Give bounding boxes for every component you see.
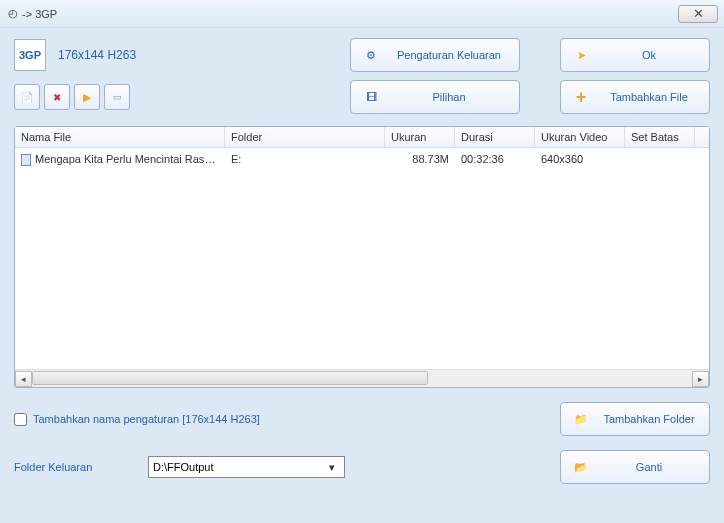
file-remove-icon: 📄 <box>21 92 33 103</box>
play-icon: ▶ <box>83 91 91 104</box>
scroll-thumb[interactable] <box>32 371 428 385</box>
arrow-right-icon: ➤ <box>571 45 591 65</box>
plus-icon: + <box>571 87 591 107</box>
button-label: Pilihan <box>389 91 509 103</box>
col-duration[interactable]: Durasi <box>455 127 535 147</box>
button-label: Tambahkan File <box>599 91 699 103</box>
button-label: Ganti <box>599 461 699 473</box>
table-row[interactable]: Mengapa Kita Perlu Mencintai Rasul... E:… <box>15 148 709 171</box>
cell-duration: 00:32:36 <box>455 151 535 168</box>
info-button[interactable]: ▭ <box>104 84 130 110</box>
output-folder-label: Folder Keluaran <box>14 461 134 473</box>
format-info: 3GP 176x144 H263 <box>14 39 294 71</box>
app-icon: ◴ <box>8 7 18 20</box>
horizontal-scrollbar[interactable]: ◂ ▸ <box>15 369 709 387</box>
output-folder-combo[interactable]: D:\FFOutput ▾ <box>148 456 345 478</box>
window-title: ◴ -> 3GP <box>8 7 57 20</box>
close-button[interactable]: ✕ <box>678 5 718 23</box>
add-folder-button[interactable]: 📁 Tambahkan Folder <box>560 402 710 436</box>
change-folder-button[interactable]: 📂 Ganti <box>560 450 710 484</box>
cell-size: 88.73M <box>385 151 455 168</box>
file-table: Nama File Folder Ukuran Durasi Ukuran Vi… <box>14 126 710 388</box>
col-name[interactable]: Nama File <box>15 127 225 147</box>
col-set-limit[interactable]: Set Batas <box>625 127 695 147</box>
format-icon: 3GP <box>14 39 46 71</box>
info-icon: ▭ <box>113 92 122 102</box>
video-file-icon <box>21 154 31 166</box>
options-button[interactable]: 🎞 Pilihan <box>350 80 520 114</box>
film-icon: 🎞 <box>361 87 381 107</box>
col-folder[interactable]: Folder <box>225 127 385 147</box>
play-button[interactable]: ▶ <box>74 84 100 110</box>
output-settings-button[interactable]: ⚙ Pengaturan Keluaran <box>350 38 520 72</box>
button-label: Pengaturan Keluaran <box>389 49 509 61</box>
ok-button[interactable]: ➤ Ok <box>560 38 710 72</box>
gear-icon: ⚙ <box>361 45 381 65</box>
button-label: Tambahkan Folder <box>599 413 699 425</box>
col-video-size[interactable]: Ukuran Video <box>535 127 625 147</box>
folder-open-icon: 📂 <box>571 457 591 477</box>
output-path-value: D:\FFOutput <box>153 461 324 473</box>
checkbox-input[interactable] <box>14 413 27 426</box>
clear-button[interactable]: ✖ <box>44 84 70 110</box>
checkbox-label: Tambahkan nama pengaturan [176x144 H263] <box>33 413 260 425</box>
folder-plus-icon: 📁 <box>571 409 591 429</box>
cell-video-size: 640x360 <box>535 151 625 168</box>
cell-folder: E: <box>225 151 385 168</box>
scroll-left-icon[interactable]: ◂ <box>15 371 32 387</box>
cell-name: Mengapa Kita Perlu Mencintai Rasul... <box>15 151 225 168</box>
format-resolution: 176x144 H263 <box>58 48 136 62</box>
col-size[interactable]: Ukuran <box>385 127 455 147</box>
table-header: Nama File Folder Ukuran Durasi Ukuran Vi… <box>15 127 709 148</box>
scroll-right-icon[interactable]: ▸ <box>692 371 709 387</box>
cell-set-limit <box>625 151 695 168</box>
title-text: -> 3GP <box>22 8 57 20</box>
file-x-icon: ✖ <box>53 92 61 103</box>
remove-file-button[interactable]: 📄 <box>14 84 40 110</box>
title-bar: ◴ -> 3GP ✕ <box>0 0 724 28</box>
append-setting-checkbox[interactable]: Tambahkan nama pengaturan [176x144 H263] <box>14 413 260 426</box>
scroll-track[interactable] <box>32 371 692 387</box>
chevron-down-icon[interactable]: ▾ <box>324 461 340 474</box>
add-file-button[interactable]: + Tambahkan File <box>560 80 710 114</box>
button-label: Ok <box>599 49 699 61</box>
